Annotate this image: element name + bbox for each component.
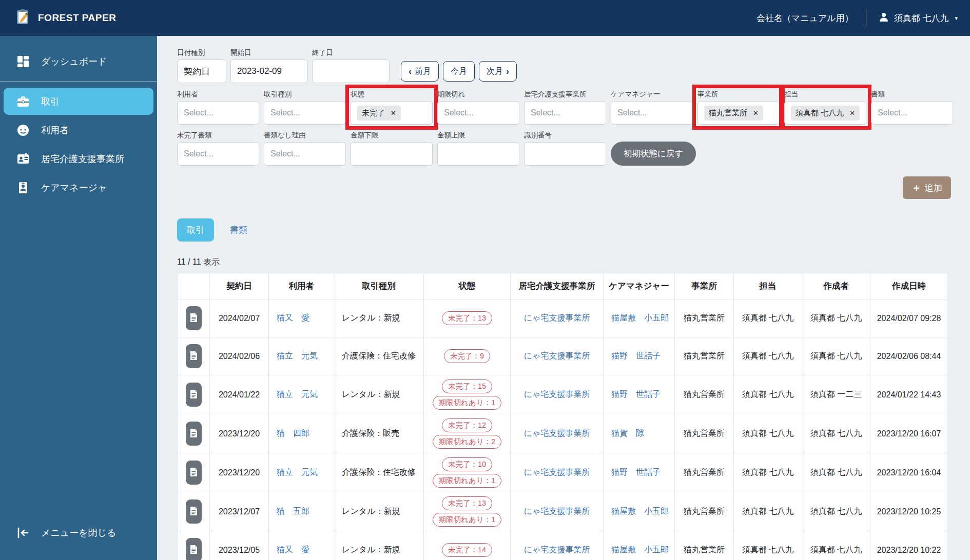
reset-filters-button[interactable]: 初期状態に戻す <box>611 142 696 166</box>
open-document-button[interactable] <box>186 538 202 560</box>
document-icon <box>190 506 198 517</box>
column-header: 担当 <box>734 273 802 299</box>
staff-select[interactable]: 須真都 七八九✕ <box>784 101 866 125</box>
status-badges: 未完了：14 <box>427 543 507 557</box>
home-care-office-link[interactable]: にゃ宅支援事業所 <box>524 507 590 515</box>
care-manager-link[interactable]: 猫野 世話子 <box>611 351 661 360</box>
home-care-office-cell: にゃ宅支援事業所 <box>511 299 604 337</box>
start-date-input[interactable] <box>230 59 308 83</box>
amount-max-input[interactable] <box>437 142 519 166</box>
user-name: 須真都 七八九 <box>894 12 949 24</box>
care-manager-select[interactable]: Select... <box>611 101 693 125</box>
user-link[interactable]: 猫立 元気 <box>277 351 318 360</box>
document-icon <box>190 389 198 401</box>
sidebar-item-care-managers[interactable]: ケアマネージャ <box>4 174 153 201</box>
filter-field-staff: 担当 須真都 七八九✕ <box>784 90 866 125</box>
identifier-input[interactable] <box>524 142 606 166</box>
home-care-office-select[interactable]: Select... <box>524 101 606 125</box>
transaction-type-cell: 介護保険：販売 <box>334 414 424 453</box>
open-document-button[interactable] <box>186 461 202 485</box>
date-type-select[interactable]: 契約日 <box>177 59 226 83</box>
status-badges: 未完了：10期限切れあり：1 <box>427 457 507 488</box>
staff-cell: 須真都 七八九 <box>734 453 802 492</box>
sidebar-item-users[interactable]: 利用者 <box>4 116 153 144</box>
user-link[interactable]: 猫又 愛 <box>277 313 309 322</box>
no-doc-reason-select[interactable]: Select... <box>264 142 346 166</box>
office-cell: 猫丸営業所 <box>675 492 734 531</box>
home-care-office-link[interactable]: にゃ宅支援事業所 <box>524 351 590 360</box>
open-document-button[interactable] <box>186 383 202 407</box>
care-manager-link[interactable]: 猫屋敷 小五郎 <box>611 313 669 322</box>
status-badges: 未完了：15期限切れあり：1 <box>427 379 507 410</box>
user-cell: 猫又 愛 <box>269 299 334 337</box>
home-care-office-link[interactable]: にゃ宅支援事業所 <box>524 468 590 476</box>
open-document-button[interactable] <box>186 306 202 330</box>
user-link[interactable]: 猫立 元気 <box>277 468 318 476</box>
topbar-divider <box>866 9 866 27</box>
transaction-type-select[interactable]: Select... <box>264 101 346 125</box>
home-care-office-link[interactable]: にゃ宅支援事業所 <box>524 390 590 398</box>
documents-select[interactable]: Select... <box>871 101 953 125</box>
tab-documents[interactable]: 書類 <box>220 218 257 242</box>
chip-remove-icon[interactable]: ✕ <box>391 109 396 117</box>
sidebar-item-dashboard[interactable]: ダッシュボード <box>4 48 153 75</box>
chip-remove-icon[interactable]: ✕ <box>753 109 759 117</box>
filter-field-home-care-office: 居宅介護支援事業所 Select... <box>524 90 606 125</box>
add-button[interactable]: ＋ 追加 <box>903 176 951 199</box>
end-date-input[interactable] <box>312 59 390 83</box>
tab-transactions[interactable]: 取引 <box>177 218 214 242</box>
filter-field-amount-max: 金額上限 <box>437 131 519 166</box>
status-badges: 未完了：13期限切れあり：1 <box>427 496 507 527</box>
topbar: FOREST PAPER 会社名（マニュアル用） 須真都 七八九 ▾ <box>0 0 970 36</box>
plus-icon: ＋ <box>911 181 921 194</box>
amount-min-input[interactable] <box>351 142 433 166</box>
sidebar-close-label: メニューを閉じる <box>41 527 117 539</box>
staff-cell: 須真都 七八九 <box>734 492 802 531</box>
care-manager-link[interactable]: 猫野 世話子 <box>611 390 661 398</box>
created-at-cell: 2024/02/07 09:28 <box>870 299 948 337</box>
status-badge: 期限切れあり：2 <box>433 435 502 449</box>
user-link[interactable]: 猫又 愛 <box>277 545 309 554</box>
care-manager-cell: 猫賀 隙 <box>604 414 675 453</box>
sidebar-item-transactions[interactable]: 取引 <box>4 88 153 115</box>
open-document-button[interactable] <box>186 344 202 368</box>
filter-field-label: 居宅介護支援事業所 <box>524 90 606 99</box>
open-document-button[interactable] <box>186 499 202 524</box>
sidebar-item-home-care-offices[interactable]: 居宅介護支援事業所 <box>4 145 153 172</box>
id-card-icon <box>16 152 30 166</box>
transaction-type-cell: レンタル：新規 <box>334 492 424 531</box>
status-select[interactable]: 未完了✕ <box>351 101 433 125</box>
select-placeholder: Select... <box>270 149 300 158</box>
user-link[interactable]: 猫立 元気 <box>277 390 318 398</box>
status-badges: 未完了：9 <box>427 349 507 363</box>
this-month-button[interactable]: 今月 <box>443 61 475 82</box>
office-select[interactable]: 猫丸営業所✕ <box>697 101 780 125</box>
next-month-button[interactable]: 次月› <box>479 61 517 82</box>
incomplete-docs-select[interactable]: Select... <box>177 142 259 166</box>
date-filter-row: 日付種別 契約日 開始日 終了日 ‹前月今月次月› <box>177 48 951 83</box>
office-cell: 猫丸営業所 <box>675 299 734 337</box>
open-document-button[interactable] <box>186 422 202 446</box>
user-link[interactable]: 猫 五郎 <box>277 507 309 515</box>
user-link[interactable]: 猫 四郎 <box>277 429 309 437</box>
care-manager-link[interactable]: 猫野 世話子 <box>611 468 661 476</box>
status-badge: 未完了：13 <box>442 311 492 325</box>
care-manager-link[interactable]: 猫屋敷 小五郎 <box>611 545 669 554</box>
status-badge: 未完了：12 <box>442 418 492 432</box>
user-select[interactable]: Select... <box>177 101 259 125</box>
care-manager-link[interactable]: 猫賀 隙 <box>611 429 644 437</box>
user-menu[interactable]: 須真都 七八九 ▾ <box>879 12 958 25</box>
row-icon-cell <box>178 414 210 453</box>
filter-field-amount-min: 金額下限 <box>351 131 433 166</box>
home-care-office-link[interactable]: にゃ宅支援事業所 <box>524 313 590 322</box>
prev-month-button[interactable]: ‹前月 <box>401 61 439 82</box>
chip-remove-icon[interactable]: ✕ <box>849 109 855 117</box>
result-count: 11 / 11 表示 <box>177 257 951 268</box>
table-row: 2023/12/20猫 四郎介護保険：販売未完了：12期限切れあり：2にゃ宅支援… <box>178 414 948 453</box>
home-care-office-link[interactable]: にゃ宅支援事業所 <box>524 429 590 437</box>
expired-select[interactable]: Select... <box>437 101 519 125</box>
home-care-office-link[interactable]: にゃ宅支援事業所 <box>524 545 590 554</box>
sidebar-item-close-menu[interactable]: メニューを閉じる <box>4 519 153 546</box>
care-manager-link[interactable]: 猫屋敷 小五郎 <box>611 507 669 515</box>
sidebar-item-label: ダッシュボード <box>41 55 107 68</box>
